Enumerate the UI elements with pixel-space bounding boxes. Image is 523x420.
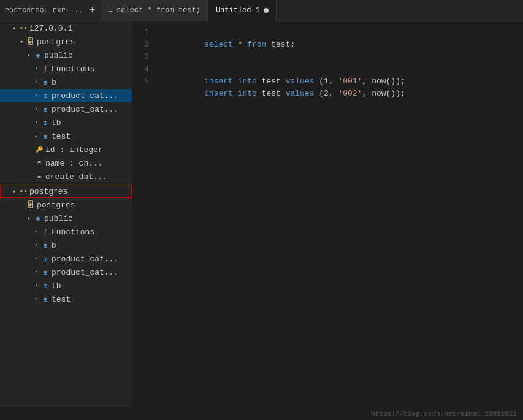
- server-icon: ▪▪: [18, 186, 28, 196]
- title-bar: POSTGRESQL EXPL... + ≡ select * from tes…: [0, 0, 523, 21]
- sym-table: test;: [266, 40, 295, 49]
- table-product-cat-3-label: product_cat...: [52, 254, 118, 264]
- line-code-5[interactable]: insert into test values (2, '002', now()…: [156, 75, 523, 112]
- tree-schema-2[interactable]: ▾ ⊛ public: [0, 212, 132, 225]
- col-createdat-label: create_dat...: [45, 172, 107, 181]
- explorer-title: POSTGRESQL EXPL... +: [5, 5, 95, 16]
- chevron-icon: ▾: [32, 132, 40, 140]
- schema-icon: ⊛: [33, 213, 43, 223]
- table-tb-1-label: tb: [52, 118, 61, 128]
- line-number-5: 5: [132, 75, 156, 88]
- table-icon: ⊞: [40, 240, 50, 250]
- sidebar: ▾ ▪▪ 127.0.0.1 ▾ 🗄 postgres ▾ ⊛ public ›…: [0, 21, 132, 407]
- table-product-cat-1-label: product_cat...: [52, 91, 118, 101]
- line-number-4: 4: [132, 63, 156, 75]
- code-line-5: 5 insert into test values (2, '002', now…: [132, 75, 523, 88]
- keyword-values-2: values: [286, 89, 315, 98]
- tree-db-2[interactable]: 🗄 postgres: [0, 198, 132, 212]
- functions-icon: ⨍: [40, 64, 50, 74]
- chevron-icon: ▾: [25, 214, 33, 223]
- tree-table-b-1[interactable]: › ⊞ b: [0, 75, 132, 89]
- functions-icon: ⨍: [40, 227, 50, 237]
- tree-schema-1[interactable]: ▾ ⊛ public: [0, 48, 132, 62]
- table-icon: ⊞: [40, 77, 50, 87]
- col-id-label: id : integer: [45, 145, 103, 155]
- tab1-label: select * from test;: [116, 6, 200, 15]
- table-icon: ⊞: [40, 267, 50, 277]
- tree-functions-2[interactable]: › ⨍ Functions: [0, 225, 132, 239]
- chevron-icon: ›: [32, 227, 40, 236]
- tree-col-name: ≡ name : ch...: [0, 156, 132, 170]
- line-number-3: 3: [132, 51, 156, 63]
- tree-table-test-2[interactable]: › ⊞ test: [0, 292, 132, 306]
- main-content: ▾ ▪▪ 127.0.0.1 ▾ 🗄 postgres ▾ ⊛ public ›…: [0, 21, 523, 407]
- tab2-label: Untitled-1: [216, 6, 260, 15]
- keyword-select: select: [204, 40, 233, 49]
- keyword-insert-2: insert: [204, 89, 233, 98]
- chevron-icon: ›: [32, 295, 40, 304]
- tree-table-tb-1[interactable]: › ⊞ tb: [0, 116, 132, 129]
- functions-label: Functions: [52, 64, 94, 74]
- tab-untitled[interactable]: Untitled-1: [208, 0, 277, 21]
- line-number-1: 1: [132, 26, 156, 39]
- add-connection-button[interactable]: +: [90, 5, 96, 16]
- chevron-icon: [17, 200, 26, 209]
- functions-2-label: Functions: [52, 227, 94, 237]
- tree-table-product-cat-1[interactable]: › ⊞ product_cat...: [0, 89, 132, 102]
- str-002: '002': [338, 89, 362, 98]
- table-icon: ⊞: [40, 294, 50, 304]
- line-code-1[interactable]: select * from test;: [156, 26, 523, 63]
- table-tb-2-label: tb: [52, 281, 61, 291]
- table-test-2-label: test: [52, 295, 71, 304]
- tree-col-createdat: ≡ create_dat...: [0, 170, 132, 183]
- watermark-text: https://blog.csdn.net/sinat_23931991: [371, 410, 517, 418]
- chevron-icon: ›: [32, 118, 40, 127]
- chevron-icon: ›: [32, 105, 40, 113]
- tree-table-product-cat-2[interactable]: › ⊞ product_cat...: [0, 102, 132, 116]
- tree-server-2[interactable]: ▾ ▪▪ postgres: [0, 185, 132, 198]
- tree-server-1[interactable]: ▾ ▪▪ 127.0.0.1: [0, 21, 132, 35]
- schema-label: public: [44, 51, 73, 60]
- tree-table-b-2[interactable]: › ⊞ b: [0, 239, 132, 252]
- tab-select-from-test[interactable]: ≡ select * from test;: [101, 0, 208, 21]
- editor-content[interactable]: 1 select * from test; 2 3 4 insert into …: [132, 21, 523, 407]
- tree-table-product-cat-4[interactable]: › ⊞ product_cat...: [0, 265, 132, 279]
- editor-area: 1 select * from test; 2 3 4 insert into …: [132, 21, 523, 407]
- chevron-icon: ›: [32, 91, 40, 100]
- chevron-icon: ▾: [10, 24, 18, 32]
- table-b-label: b: [52, 78, 56, 87]
- tree-db-1[interactable]: ▾ 🗄 postgres: [0, 35, 132, 48]
- table-icon: ⊞: [40, 104, 50, 114]
- db-icon: 🗄: [26, 37, 36, 47]
- tree-functions-1[interactable]: › ⨍ Functions: [0, 62, 132, 75]
- server-label: 127.0.0.1: [29, 24, 72, 33]
- tab-bar: ≡ select * from test; Untitled-1: [101, 0, 276, 21]
- chevron-icon: ›: [32, 64, 40, 73]
- table-icon: ⊞: [40, 281, 50, 291]
- server-icon: ▪▪: [18, 23, 28, 33]
- chevron-icon: ▾: [10, 187, 18, 196]
- chevron-icon: ›: [32, 241, 40, 250]
- tree-table-tb-2[interactable]: › ⊞ tb: [0, 279, 132, 292]
- col-icon: ≡: [34, 172, 44, 181]
- unsaved-dot: [264, 8, 269, 13]
- chevron-icon: ▾: [17, 37, 26, 46]
- schema-icon: ⊛: [33, 50, 43, 60]
- line-number-2: 2: [132, 39, 156, 51]
- table-b-2-label: b: [52, 241, 56, 250]
- db-icon: 🗄: [26, 200, 36, 210]
- table-product-cat-2-label: product_cat...: [52, 105, 118, 114]
- table-test-1-label: test: [52, 132, 71, 141]
- table-icon: ⊞: [40, 131, 50, 141]
- schema-2-label: public: [44, 214, 73, 223]
- keyword-from: from: [247, 40, 266, 49]
- table-icon: ⊞: [40, 254, 50, 264]
- chevron-icon: ▾: [25, 51, 33, 59]
- table-product-cat-4-label: product_cat...: [52, 268, 118, 277]
- footer: https://blog.csdn.net/sinat_23931991: [0, 407, 523, 420]
- chevron-icon: ›: [32, 281, 40, 290]
- tree-table-product-cat-3[interactable]: › ⊞ product_cat...: [0, 252, 132, 265]
- tree-col-id: 🔑 id : integer: [0, 143, 132, 156]
- tree-table-test-1[interactable]: ▾ ⊞ test: [0, 129, 132, 143]
- table-icon: ⊞: [40, 118, 50, 128]
